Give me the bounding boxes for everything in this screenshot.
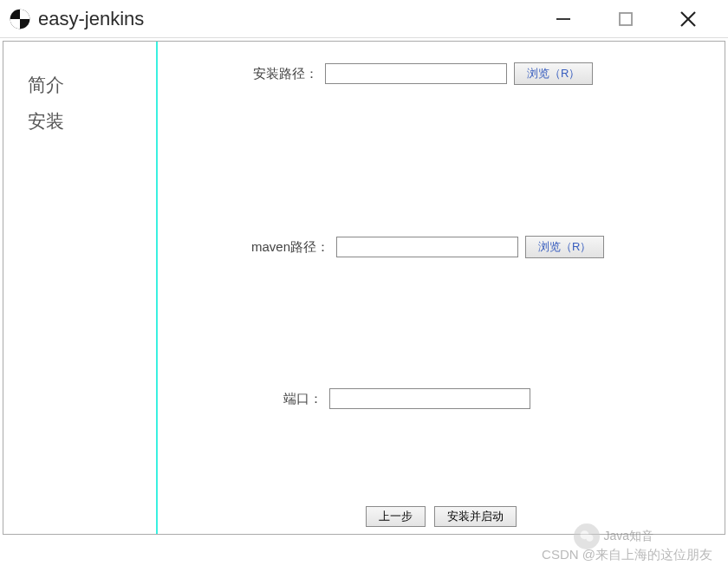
close-button[interactable] [669, 4, 707, 34]
port-row: 端口： [283, 388, 530, 409]
window-controls [544, 4, 725, 34]
prev-button[interactable]: 上一步 [366, 506, 426, 527]
app-icon [9, 8, 31, 30]
port-label: 端口： [283, 391, 322, 407]
csdn-watermark: CSDN @来自上海的这位朋友 [542, 547, 712, 563]
footer-buttons: 上一步 安装并启动 [158, 506, 725, 527]
minimize-button[interactable] [544, 4, 582, 34]
install-start-button[interactable]: 安装并启动 [434, 506, 517, 527]
install-path-input[interactable] [325, 63, 507, 84]
app-title: easy-jenkins [38, 8, 144, 30]
title-bar: easy-jenkins [0, 0, 728, 38]
maximize-button[interactable] [607, 4, 645, 34]
install-path-row: 安装路径： 浏览（R） [253, 62, 593, 85]
svg-rect-2 [620, 13, 632, 25]
maven-path-browse-button[interactable]: 浏览（R） [525, 236, 604, 258]
install-path-label: 安装路径： [253, 66, 318, 82]
svg-point-6 [587, 535, 594, 542]
content-area: 简介 安装 安装路径： 浏览（R） maven路径： 浏览（R） 端口： 上一步… [3, 41, 725, 535]
maven-path-row: maven路径： 浏览（R） [251, 236, 604, 258]
sidebar-item-install[interactable]: 安装 [28, 109, 156, 133]
sidebar-item-intro[interactable]: 简介 [28, 73, 156, 97]
maven-path-label: maven路径： [251, 239, 329, 256]
main-panel: 安装路径： 浏览（R） maven路径： 浏览（R） 端口： 上一步 安装并启动 [158, 42, 725, 534]
sidebar: 简介 安装 [3, 42, 158, 534]
maven-path-input[interactable] [336, 237, 518, 257]
install-path-browse-button[interactable]: 浏览（R） [514, 62, 593, 85]
port-input[interactable] [329, 388, 530, 409]
